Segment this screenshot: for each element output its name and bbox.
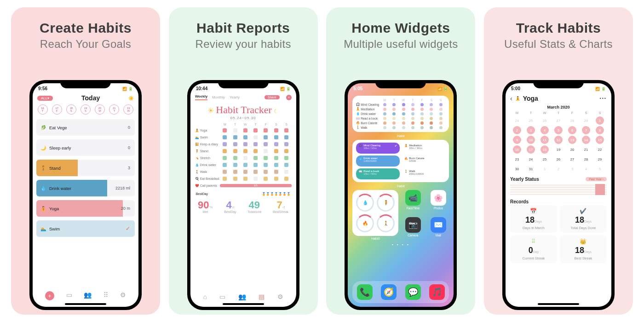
calendar-day[interactable]: 1 [540,165,549,173]
calendar-day[interactable]: 20 [568,145,576,154]
habit-row[interactable]: 💧 Drink water2218 ml [36,180,135,196]
habit-row[interactable]: 🌙 Sleep early0 [36,139,135,156]
nav-settings-icon[interactable]: ⚙ [120,291,126,300]
report-row: 🍳Eat Breakfast [195,175,292,182]
calendar-day[interactable]: 27 [568,155,576,163]
calendar-day[interactable]: 28 [568,116,576,125]
nav-friends-icon[interactable]: 👥 [84,291,92,300]
nav-notes-icon[interactable]: ▭ [219,293,225,300]
calendar-day[interactable]: 27 [554,116,563,125]
calendar-day[interactable]: 4 [540,126,549,134]
calendar-day[interactable]: 6 [568,126,576,134]
nav-notes-icon[interactable]: ▭ [66,291,72,300]
calendar-day[interactable]: 26 [554,155,563,163]
habit-row[interactable]: 🥬 Eat Vege0 [36,119,135,136]
share-button[interactable]: Share [264,95,280,99]
date-pill[interactable]: 22W [123,104,133,115]
app-camera[interactable]: 📷Camera [402,217,424,241]
calendar-day[interactable]: 16 [513,145,521,154]
medals: 🏅🏅🏅🏅🏅🏅🏅 [262,192,291,196]
calendar-day[interactable]: 28 [582,155,590,163]
calendar-day[interactable]: 1 [596,116,604,125]
app-mail[interactable]: ✉️Mail [427,217,449,241]
calendar-day[interactable]: 11 [540,136,549,144]
date-pill[interactable]: 20M [95,104,105,115]
filter-pill[interactable]: ALL▾ [37,96,53,101]
calendar-day[interactable]: 22 [596,145,604,154]
calendar-day[interactable]: 10 [527,136,535,144]
calendar-day[interactable]: 13 [568,136,576,144]
nav-widgets-icon[interactable]: ⠿ [104,291,108,300]
calendar-day[interactable]: 18 [540,145,549,154]
progress-chip[interactable]: 🔥Burn Calorie0/500 [402,155,445,167]
habit-row[interactable]: 🧘 Yoga20 m [36,200,135,217]
calendar-day[interactable]: 4 [582,165,590,173]
calendar-day[interactable]: 3 [568,165,576,173]
progress-chip[interactable]: 🎧Mind Clearing10m / 10m✔ [356,143,400,154]
calendar-day[interactable]: 23 [513,155,521,163]
calendar-day[interactable]: 25 [527,116,535,125]
calendar-day[interactable]: 26 [540,116,549,125]
dock-app[interactable]: 💬 [405,284,421,300]
tab-yearly[interactable]: Yearly [230,95,240,99]
status-icons: 📶🔋 [594,86,606,91]
past-year-pill[interactable]: Past Year › [586,177,607,181]
calendar-day[interactable]: 3 [527,126,535,134]
calendar-day[interactable]: 21 [582,145,590,154]
calendar-day[interactable]: 9 [513,136,521,144]
habit-value: 20 m [121,206,130,211]
nav-settings-icon[interactable]: ⚙ [277,293,283,300]
calendar-day[interactable]: 29 [582,116,590,125]
date-pill[interactable]: 19S [80,104,91,115]
calendar-day[interactable]: 15 [596,136,604,144]
page-dots[interactable]: • • • • [348,242,454,247]
progress-chip[interactable]: 🚶Walk2591/10000 [402,168,445,179]
progress-chip[interactable]: 📖Read a book15m / 50m [356,168,400,179]
dock-app[interactable]: 🧭 [381,284,397,300]
back-icon[interactable]: ‹ [510,95,512,102]
calendar-day[interactable]: 8 [596,126,604,134]
app-facetime[interactable]: 📹FaceTime [402,190,424,213]
calendar-day[interactable]: 14 [582,136,590,144]
tab-weekly[interactable]: Weekly [195,94,207,100]
date-pill[interactable]: 17F [52,104,62,115]
widget-progress-chips[interactable]: 🎧Mind Clearing10m / 10m✔🧘Meditation30m /… [352,140,449,182]
more-icon[interactable]: ••• [600,96,607,101]
calendar-day[interactable]: 17 [527,145,535,154]
date-strip[interactable]: 16T17F18S19S20M21T22W [33,104,138,117]
date-pill[interactable]: 16T [38,104,48,115]
calendar-day[interactable]: 2 [513,126,521,134]
calendar[interactable]: March 2020 MTWTFSS 242526272829123456789… [506,104,611,174]
habit-row[interactable]: 🏊 Swim✓ [36,220,135,237]
habit-row[interactable]: 🧍 Stand3 [36,160,135,176]
calendar-day[interactable]: 5 [554,126,563,134]
calendar-day[interactable]: 24 [513,116,521,125]
calendar-day[interactable]: 30 [513,165,521,173]
progress-chip[interactable]: 🧘Meditation30m / 30m [402,143,445,154]
calendar-day[interactable]: 7 [582,126,590,134]
add-button[interactable]: ＋ [45,291,54,300]
panel-create-habits: Create Habits Reach Your Goals 9:56 📶🔋 A… [11,7,160,315]
calendar-day[interactable]: 5 [596,165,604,173]
calendar-day[interactable]: 25 [540,155,549,163]
nav-report-icon[interactable]: ▤ [259,293,264,300]
nav-home-icon[interactable]: ⌂ [203,293,207,300]
dock-app[interactable]: 📞 [357,284,373,300]
progress-chip[interactable]: 💧Drink water1450/3000 [356,155,400,167]
widget-weekly-grid[interactable]: MTWTFSS🎧Mind Clearing🧘Meditation💧Drink w… [352,96,449,132]
dock-app[interactable]: 🎵 [429,284,445,300]
add-icon[interactable]: ＋ [286,95,292,100]
calendar-day[interactable]: 12 [554,136,563,144]
tab-monthly[interactable]: Monthly [212,95,225,99]
nav-friends-icon[interactable]: 👥 [238,293,246,300]
report-row: 🚶Walk [195,168,292,175]
calendar-day[interactable]: 29 [596,155,604,163]
date-pill[interactable]: 21T [109,104,119,115]
app-photos[interactable]: 🌸Photos [427,190,449,213]
widget-rings[interactable]: 💧🧍🔥🚶 [352,190,398,236]
calendar-day[interactable]: 2 [554,165,563,173]
calendar-day[interactable]: 31 [527,165,535,173]
calendar-day[interactable]: 19 [554,145,563,154]
date-pill[interactable]: 18S [66,104,76,115]
calendar-day[interactable]: 24 [527,155,535,163]
